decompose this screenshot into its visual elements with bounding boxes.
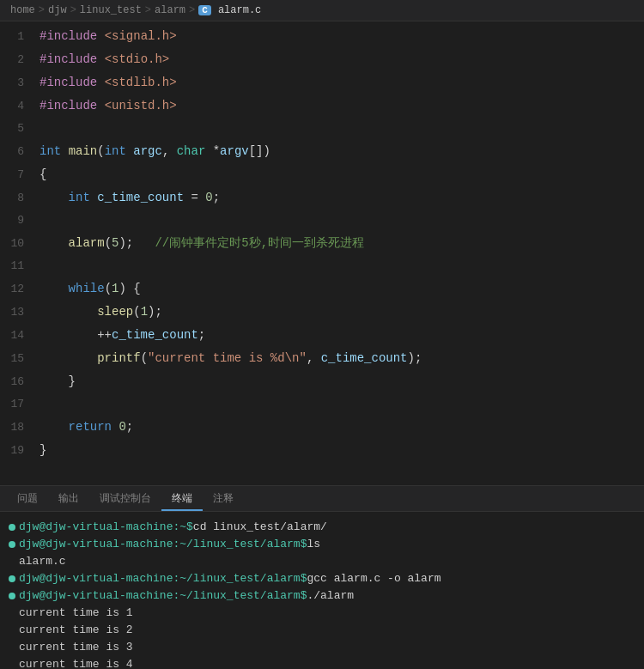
token-punct: []) bbox=[249, 144, 270, 158]
token-var: argc bbox=[133, 144, 162, 158]
line-content: while(1) { bbox=[36, 277, 644, 300]
token-punct: , bbox=[162, 144, 177, 158]
token-punct: ; bbox=[213, 191, 220, 204]
breadcrumb-sep: > bbox=[189, 4, 195, 16]
output-text: alarm.c bbox=[9, 553, 66, 570]
token-punct: ); bbox=[148, 305, 162, 319]
line-content: #include <stdio.h> bbox=[36, 48, 644, 70]
token-punct bbox=[90, 191, 97, 204]
line-content: #include <unistd.h> bbox=[36, 94, 644, 117]
line-content: #include <signal.h> bbox=[36, 25, 644, 47]
terminal-line: djw@djw-virtual-machine:~/linux_test/ala… bbox=[9, 536, 635, 553]
token-hdr: <stdlib.h> bbox=[105, 76, 177, 89]
lang-badge: C bbox=[198, 5, 211, 15]
line-number: 15 bbox=[0, 348, 36, 370]
code-line: 16 } bbox=[0, 370, 644, 393]
code-line: 13 sleep(1); bbox=[0, 301, 644, 324]
terminal-tab-调试控制台[interactable]: 调试控制台 bbox=[89, 486, 161, 511]
line-content: int main(int argc, char *argv[]) bbox=[36, 140, 644, 162]
token-kw: int bbox=[69, 191, 90, 204]
token-kw: int bbox=[39, 144, 61, 158]
code-line: 5 bbox=[0, 118, 644, 140]
code-line: 15 printf("current time is %d\n", c_time… bbox=[0, 347, 644, 370]
breadcrumb-sep: > bbox=[70, 4, 76, 16]
token-inc: #include bbox=[39, 76, 97, 89]
token-hdr: <stdio.h> bbox=[105, 52, 170, 66]
code-line: 18 return 0; bbox=[0, 416, 644, 439]
line-number: 7 bbox=[0, 164, 36, 186]
token-punct bbox=[61, 144, 68, 158]
token-punct: ( bbox=[133, 305, 140, 319]
breadcrumb-sep: > bbox=[39, 4, 45, 16]
code-line: 14 ++c_time_count; bbox=[0, 324, 644, 347]
token-punct: ++ bbox=[39, 328, 112, 342]
terminal-line: djw@djw-virtual-machine:~/linux_test/ala… bbox=[9, 570, 635, 587]
command-text: ls bbox=[307, 536, 320, 553]
token-fn: alarm bbox=[69, 236, 105, 250]
token-inc: #include bbox=[39, 52, 97, 66]
breadcrumb-part: home bbox=[10, 4, 35, 16]
line-number: 10 bbox=[0, 233, 36, 255]
token-punct: ; bbox=[198, 328, 205, 342]
code-line: 10 alarm(5); //闹钟事件定时5秒,时间一到杀死进程 bbox=[0, 232, 644, 255]
terminal-tab-终端[interactable]: 终端 bbox=[161, 486, 203, 511]
prompt-text: djw@djw-virtual-machine:~$ bbox=[19, 519, 193, 536]
token-punct bbox=[39, 236, 69, 250]
token-fn: main bbox=[69, 144, 98, 158]
code-line: 6int main(int argc, char *argv[]) bbox=[0, 140, 644, 163]
token-hdr: <signal.h> bbox=[105, 29, 177, 43]
terminal-body[interactable]: djw@djw-virtual-machine:~$ cd linux_test… bbox=[0, 512, 644, 669]
prompt-text: djw@djw-virtual-machine:~/linux_test/ala… bbox=[19, 536, 307, 553]
token-punct: , bbox=[307, 351, 321, 365]
token-num: 1 bbox=[141, 305, 148, 319]
token-punct bbox=[97, 29, 104, 43]
line-number: 12 bbox=[0, 278, 36, 301]
breadcrumb-part: djw bbox=[48, 4, 67, 16]
token-punct bbox=[97, 76, 104, 89]
token-fn: printf bbox=[97, 351, 140, 365]
token-punct: * bbox=[205, 144, 220, 158]
prompt-text: djw@djw-virtual-machine:~/linux_test/ala… bbox=[19, 570, 307, 587]
line-number: 1 bbox=[0, 26, 36, 48]
terminal-line: djw@djw-virtual-machine:~$ cd linux_test… bbox=[9, 519, 635, 536]
token-punct: { bbox=[39, 167, 46, 181]
terminal-tab-问题[interactable]: 问题 bbox=[7, 486, 48, 511]
terminal-tab-注释[interactable]: 注释 bbox=[203, 486, 244, 511]
output-text: current time is 4 bbox=[9, 656, 133, 669]
line-content: return 0; bbox=[36, 416, 644, 438]
line-number: 3 bbox=[0, 72, 36, 94]
line-number: 11 bbox=[0, 255, 36, 277]
token-var: argv bbox=[220, 144, 249, 158]
code-line: 4#include <unistd.h> bbox=[0, 94, 644, 118]
token-var: c_time_count bbox=[97, 191, 184, 204]
token-punct bbox=[97, 52, 104, 66]
prompt-dot bbox=[9, 524, 15, 531]
token-hdr: <unistd.h> bbox=[105, 99, 177, 113]
token-inc: #include bbox=[39, 99, 97, 113]
command-text: ./alarm bbox=[307, 587, 354, 605]
token-punct: } bbox=[39, 374, 76, 388]
terminal-panel: 问题输出调试控制台终端注释 djw@djw-virtual-machine:~$… bbox=[0, 485, 644, 669]
line-number: 6 bbox=[0, 141, 36, 163]
token-punct: ; bbox=[126, 420, 133, 434]
terminal-line: djw@djw-virtual-machine:~/linux_test/ala… bbox=[9, 587, 635, 605]
token-punct bbox=[97, 99, 104, 113]
line-number: 18 bbox=[0, 417, 36, 439]
token-punct bbox=[39, 420, 69, 434]
token-punct: } bbox=[39, 443, 46, 457]
token-kw: int bbox=[105, 144, 126, 158]
terminal-line: current time is 1 bbox=[9, 605, 635, 622]
line-number: 2 bbox=[0, 49, 36, 71]
terminal-line: current time is 3 bbox=[9, 639, 635, 656]
breadcrumb-sep: > bbox=[145, 4, 151, 16]
terminal-tab-输出[interactable]: 输出 bbox=[48, 486, 89, 511]
command-text: cd linux_test/alarm/ bbox=[193, 519, 327, 536]
terminal-line: current time is 2 bbox=[9, 622, 635, 639]
prompt-dot bbox=[9, 575, 15, 582]
token-kw: return bbox=[69, 420, 112, 434]
code-line: 2#include <stdio.h> bbox=[0, 48, 644, 71]
line-content: #include <stdlib.h> bbox=[36, 71, 644, 94]
line-content: } bbox=[36, 439, 644, 461]
breadcrumb-part: alarm bbox=[155, 4, 185, 16]
line-content: ++c_time_count; bbox=[36, 324, 644, 346]
